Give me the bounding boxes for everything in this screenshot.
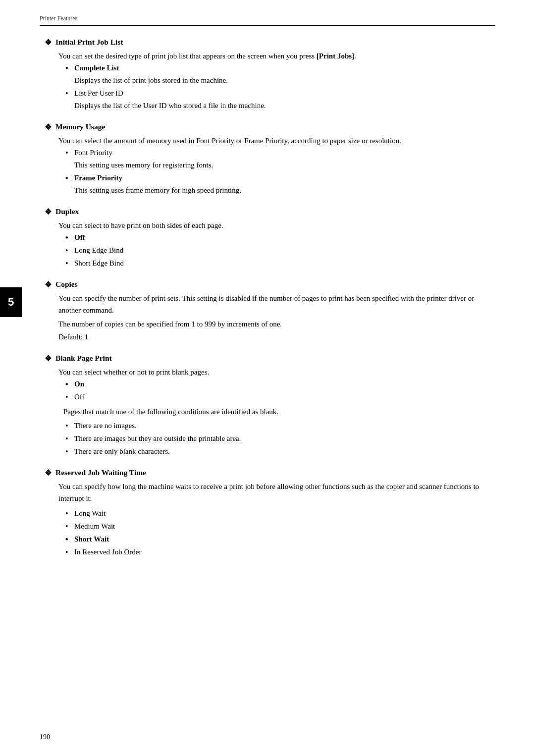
list-item: Frame Priority This setting uses frame m… <box>63 172 495 196</box>
section-blank-page-print: ❖ Blank Page Print You can select whethe… <box>45 354 495 457</box>
title-text: Memory Usage <box>55 122 105 131</box>
section-copies: ❖ Copies You can specify the number of p… <box>45 280 495 343</box>
page-container: Printer Features 5 ❖ Initial Print Job L… <box>0 0 535 756</box>
section-title-duplex: ❖ Duplex <box>45 207 495 216</box>
section-body-initial: You can set the desired type of print jo… <box>58 50 495 111</box>
section-body-reserved: You can specify how long the machine wai… <box>58 481 495 558</box>
item-desc: Displays the list of print jobs stored i… <box>74 74 495 86</box>
list-item: Long Wait <box>63 507 495 519</box>
diamond-icon: ❖ <box>45 468 52 478</box>
header-label: Printer Features <box>40 15 77 22</box>
content-area: ❖ Initial Print Job List You can set the… <box>45 38 495 558</box>
page-number: 190 <box>40 733 50 741</box>
body-text: You can select whether or not to print b… <box>58 366 495 378</box>
section-body-blank: You can select whether or not to print b… <box>58 366 495 457</box>
body-text: You can specify the number of print sets… <box>58 292 495 316</box>
body-text-3: Default: 1 <box>58 331 495 343</box>
list-item: There are images but they are outside th… <box>63 432 495 444</box>
bold-print-jobs: [Print Jobs] <box>317 52 354 60</box>
diamond-icon: ❖ <box>45 354 52 363</box>
section-duplex: ❖ Duplex You can select to have print on… <box>45 207 495 269</box>
list-item: Short Edge Bind <box>63 257 495 269</box>
section-title-blank-page-print: ❖ Blank Page Print <box>45 354 495 363</box>
section-memory-usage: ❖ Memory Usage You can select the amount… <box>45 122 495 196</box>
list-item: There are no images. <box>63 420 495 432</box>
section-reserved-job-waiting-time: ❖ Reserved Job Waiting Time You can spec… <box>45 468 495 558</box>
diamond-icon: ❖ <box>45 280 52 289</box>
section-title-reserved-job: ❖ Reserved Job Waiting Time <box>45 468 495 478</box>
list-item: There are only blank characters. <box>63 445 495 457</box>
title-text: Duplex <box>55 207 79 216</box>
default-value: 1 <box>85 333 89 341</box>
bullet-list-blank: On Off <box>63 378 495 403</box>
section-body-memory: You can select the amount of memory used… <box>58 135 495 196</box>
header-bar: Printer Features <box>40 15 495 26</box>
bullet-list-memory: Font Priority This setting uses memory f… <box>63 147 495 196</box>
list-item: Long Edge Bind <box>63 244 495 256</box>
section-body-copies: You can specify the number of print sets… <box>58 292 495 343</box>
section-title-copies: ❖ Copies <box>45 280 495 289</box>
list-item: Complete List Displays the list of print… <box>63 62 495 86</box>
list-item: Font Priority This setting uses memory f… <box>63 147 495 171</box>
title-text: Reserved Job Waiting Time <box>55 468 146 477</box>
body-text: You can select the amount of memory used… <box>58 135 495 147</box>
list-item: Off <box>63 391 495 403</box>
section-body-duplex: You can select to have print on both sid… <box>58 219 495 269</box>
chapter-tab: 5 <box>0 287 22 317</box>
item-desc: Displays the list of the User ID who sto… <box>74 100 495 111</box>
chapter-number: 5 <box>8 296 14 309</box>
item-desc: This setting uses memory for registering… <box>74 159 495 171</box>
bullet-list-duplex: Off Long Edge Bind Short Edge Bind <box>63 231 495 269</box>
diamond-icon: ❖ <box>45 207 52 216</box>
title-text: Blank Page Print <box>55 354 112 363</box>
list-item: Off <box>63 231 495 243</box>
section-title-initial-print-job-list: ❖ Initial Print Job List <box>45 38 495 47</box>
bullet-list-initial: Complete List Displays the list of print… <box>63 62 495 111</box>
diamond-icon: ❖ <box>45 38 52 47</box>
body-text: You can specify how long the machine wai… <box>58 481 495 504</box>
extra-body-text: Pages that match one of the following co… <box>63 406 495 418</box>
body-text-2: The number of copies can be specified fr… <box>58 318 495 330</box>
diamond-icon: ❖ <box>45 122 52 132</box>
section-title-memory-usage: ❖ Memory Usage <box>45 122 495 132</box>
list-item: Short Wait <box>63 533 495 545</box>
list-item: In Reserved Job Order <box>63 546 495 558</box>
section-initial-print-job-list: ❖ Initial Print Job List You can set the… <box>45 38 495 111</box>
item-desc: This setting uses frame memory for high … <box>74 184 495 196</box>
list-item: Medium Wait <box>63 520 495 532</box>
body-text: You can select to have print on both sid… <box>58 219 495 231</box>
body-text: You can set the desired type of print jo… <box>58 50 495 62</box>
bullet-list-blank-conditions: There are no images. There are images bu… <box>63 420 495 457</box>
list-item: List Per User ID Displays the list of th… <box>63 87 495 111</box>
list-item: On <box>63 378 495 390</box>
title-text: Initial Print Job List <box>55 38 123 47</box>
bullet-list-reserved: Long Wait Medium Wait Short Wait In Rese… <box>63 507 495 558</box>
title-text: Copies <box>55 280 78 289</box>
